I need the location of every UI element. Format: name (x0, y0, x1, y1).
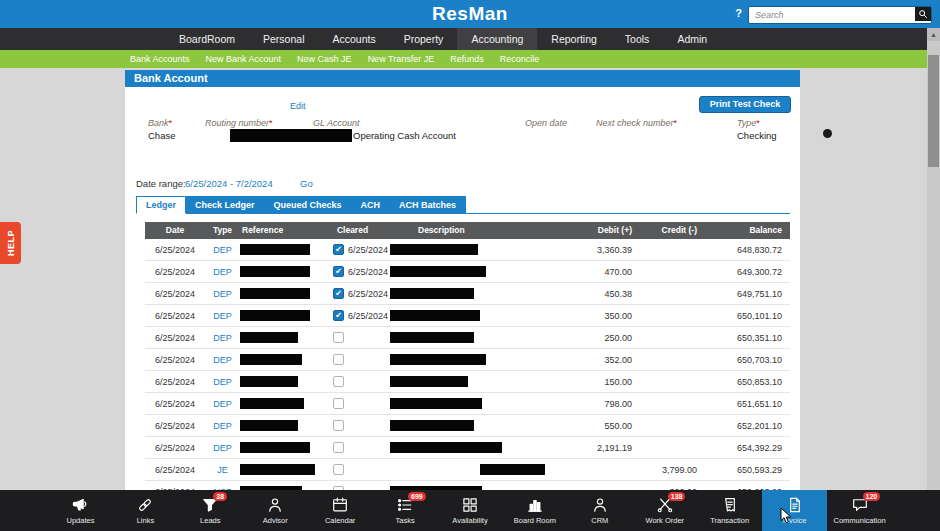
cell-cleared (315, 354, 390, 365)
cell-cleared (315, 332, 390, 343)
field-label-gl-account: GL Account (313, 118, 360, 128)
field-label-routing-number: Routing number* (205, 118, 273, 128)
scrollbar-up-arrow[interactable]: ▲ (927, 28, 940, 41)
cleared-checkbox[interactable] (333, 464, 344, 475)
cell-description (390, 420, 545, 431)
nav-tab-boardroom[interactable]: BoardRoom (165, 28, 249, 50)
toolbar-item-updates[interactable]: Updates (48, 490, 113, 531)
cell-date: 6/25/2024 (145, 245, 205, 255)
notification-badge: 120 (863, 492, 881, 501)
cleared-checkbox[interactable] (333, 442, 344, 453)
transaction-type-link[interactable]: DEP (213, 377, 232, 387)
cleared-checkbox[interactable]: ✔ (333, 310, 344, 321)
toolbar-item-availability[interactable]: Availability (438, 490, 503, 531)
edit-link[interactable]: Edit (290, 101, 306, 111)
subnav-link-bank-accounts[interactable]: Bank Accounts (122, 50, 198, 68)
calendar-icon (331, 496, 349, 514)
transaction-type-link[interactable]: JE (217, 465, 228, 475)
transaction-type-link[interactable]: DEP (213, 245, 232, 255)
cell-description (390, 288, 545, 299)
toolbar-item-calendar[interactable]: Calendar (308, 490, 373, 531)
date-range-value[interactable]: 6/25/2024 - 7/2/2024 (185, 178, 273, 189)
notification-badge: 138 (668, 492, 686, 501)
receipt-icon (721, 496, 739, 514)
help-question-icon[interactable]: ? (735, 7, 742, 19)
nav-tab-personal[interactable]: Personal (249, 28, 318, 50)
print-test-check-button[interactable]: Print Test Check (699, 96, 791, 113)
nav-tab-property[interactable]: Property (390, 28, 458, 50)
toolbar-item-communication[interactable]: Communication120 (827, 490, 892, 531)
table-row: 6/25/2024DEP250.00650,351.10 (145, 327, 790, 349)
redacted-reference (240, 244, 310, 255)
cell-cleared (315, 376, 390, 387)
tab-ledger[interactable]: Ledger (136, 196, 186, 214)
cell-reference (240, 420, 315, 431)
cleared-checkbox[interactable]: ✔ (333, 288, 344, 299)
tab-queued-checks[interactable]: Queued Checks (265, 196, 352, 214)
panel-title: Bank Account (125, 70, 800, 87)
subnav-link-new-transfer-je[interactable]: New Transfer JE (360, 50, 443, 68)
redacted-reference (240, 464, 315, 475)
toolbar-item-tasks[interactable]: Tasks699 (373, 490, 438, 531)
transaction-type-link[interactable]: DEP (213, 311, 232, 321)
cell-cleared: ✔6/25/2024 (315, 244, 390, 255)
cell-type: DEP (205, 399, 240, 409)
tab-check-ledger[interactable]: Check Ledger (186, 196, 265, 214)
dark-dot (823, 129, 832, 138)
link-icon (136, 496, 154, 514)
bank-account-panel: Bank Account Print Test Check Edit Bank*… (125, 70, 800, 490)
cleared-checkbox[interactable]: ✔ (333, 244, 344, 255)
cell-description (390, 398, 545, 409)
redacted-description (390, 420, 474, 431)
go-link[interactable]: Go (300, 178, 313, 189)
cleared-checkbox[interactable] (333, 354, 344, 365)
megaphone-icon (71, 496, 89, 514)
cell-reference (240, 266, 315, 277)
transaction-type-link[interactable]: DEP (213, 421, 232, 431)
cell-balance: 649,751.10 (705, 289, 790, 299)
subnav-link-refunds[interactable]: Refunds (442, 50, 492, 68)
cleared-checkbox[interactable] (333, 376, 344, 387)
nav-tab-reporting[interactable]: Reporting (537, 28, 611, 50)
help-tab-label: HELP (6, 230, 16, 256)
nav-tab-accounting[interactable]: Accounting (457, 28, 537, 50)
cleared-checkbox[interactable]: ✔ (333, 266, 344, 277)
tab-ach[interactable]: ACH (352, 196, 391, 214)
person-icon (591, 496, 609, 514)
search-button[interactable] (915, 7, 931, 21)
cleared-checkbox[interactable] (333, 332, 344, 343)
redacted-reference (240, 266, 310, 277)
tab-ach-batches[interactable]: ACH Batches (390, 196, 466, 214)
nav-tab-admin[interactable]: Admin (663, 28, 721, 50)
toolbar-item-crm[interactable]: CRM (567, 490, 632, 531)
subnav-link-new-cash-je[interactable]: New Cash JE (289, 50, 360, 68)
transaction-type-link[interactable]: DEP (213, 355, 232, 365)
nav-tab-tools[interactable]: Tools (611, 28, 664, 50)
cell-type: JE (205, 465, 240, 475)
transaction-type-link[interactable]: DEP (213, 399, 232, 409)
toolbar-item-advisor[interactable]: Advisor (243, 490, 308, 531)
subnav-link-reconcile[interactable]: Reconcile (492, 50, 548, 68)
help-tab[interactable]: HELP (0, 222, 21, 264)
search-input[interactable] (753, 7, 913, 23)
toolbar-item-work-order[interactable]: Work Order138 (632, 490, 697, 531)
transaction-type-link[interactable]: DEP (213, 267, 232, 277)
toolbar-item-label: Transaction (710, 516, 749, 525)
toolbar-item-invoice[interactable]: Invoice (762, 490, 827, 531)
cleared-checkbox[interactable] (333, 420, 344, 431)
required-asterisk: * (269, 118, 273, 128)
transaction-type-link[interactable]: DEP (213, 333, 232, 343)
toolbar-item-leads[interactable]: Leads38 (178, 490, 243, 531)
required-asterisk: * (756, 118, 760, 128)
scrollbar-thumb[interactable] (928, 55, 939, 167)
transaction-type-link[interactable]: DEP (213, 443, 232, 453)
toolbar-item-label: Calendar (325, 516, 355, 525)
cleared-checkbox[interactable] (333, 398, 344, 409)
nav-tab-accounts[interactable]: Accounts (318, 28, 389, 50)
toolbar-item-transaction[interactable]: Transaction (697, 490, 762, 531)
subnav-link-new-bank-account[interactable]: New Bank Account (198, 50, 290, 68)
toolbar-item-links[interactable]: Links (113, 490, 178, 531)
toolbar-item-board-room[interactable]: Board Room (502, 490, 567, 531)
transaction-type-link[interactable]: DEP (213, 289, 232, 299)
table-row: 6/25/2024DEP2,191.19654,392.29 (145, 437, 790, 459)
